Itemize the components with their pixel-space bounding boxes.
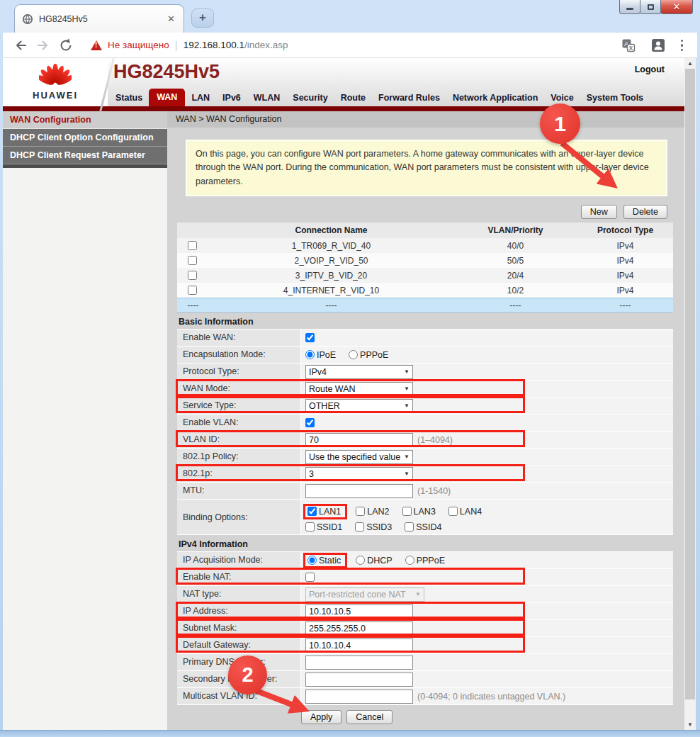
- nav-tab-wlan[interactable]: WLAN: [247, 90, 287, 106]
- nav-tab-wan[interactable]: WAN: [149, 89, 185, 106]
- mtu-row: MTU: (1-1540): [177, 483, 673, 500]
- back-icon[interactable]: [13, 38, 28, 53]
- primary-dns-input[interactable]: [305, 656, 413, 670]
- binding-ssid1[interactable]: SSID1: [305, 522, 342, 532]
- forward-icon[interactable]: [35, 38, 51, 53]
- scroll-up-icon[interactable]: ▲: [684, 58, 696, 69]
- minimize-icon: [626, 8, 633, 10]
- binding-lan2-checkbox[interactable]: [356, 507, 365, 516]
- nav-tab-status[interactable]: Status: [109, 90, 149, 106]
- tab-close-icon[interactable]: ✕: [166, 13, 176, 24]
- nav-tab-system-tools[interactable]: System Tools: [580, 90, 650, 106]
- ip-acquisition-dhcp[interactable]: DHCP: [356, 556, 392, 566]
- translate-icon[interactable]: A: [621, 38, 636, 52]
- menu-icon[interactable]: [681, 40, 684, 52]
- address-separator: |: [175, 39, 178, 51]
- row-select-checkbox[interactable]: [188, 271, 197, 280]
- binding-lan4[interactable]: LAN4: [448, 507, 482, 517]
- table-row: 1_TR069_R_VID_4040/0IPv4: [177, 238, 673, 253]
- ip-acquisition-static[interactable]: Static: [303, 553, 347, 568]
- binding-ssid3[interactable]: SSID3: [355, 522, 392, 532]
- enable-vlan-checkbox[interactable]: [305, 418, 315, 427]
- protocol-type-select[interactable]: IPv4▼: [305, 365, 413, 379]
- cancel-button[interactable]: Cancel: [346, 710, 393, 724]
- delete-button[interactable]: Delete: [623, 205, 667, 219]
- binding-lan1-checkbox[interactable]: [307, 507, 317, 516]
- new-button[interactable]: New: [581, 205, 617, 219]
- huawei-flower-icon: [39, 64, 72, 89]
- logout-link[interactable]: Logout: [635, 64, 665, 74]
- 8021p-policy-row: 802.1p Policy: Use the specified value▼: [177, 449, 673, 466]
- table-row: ----------------: [177, 298, 673, 313]
- vlan-id-row: VLAN ID: (1–4094): [177, 432, 673, 449]
- encapsulation-ipoe-radio[interactable]: [305, 350, 315, 359]
- binding-lan4-checkbox[interactable]: [448, 507, 458, 516]
- nav-tab-forward-rules[interactable]: Forward Rules: [372, 90, 446, 106]
- browser-tab[interactable]: HG8245Hv5 ✕: [14, 4, 184, 33]
- sidebar-item-dhcp-client-request-parameter[interactable]: DHCP Client Request Parameter: [3, 147, 167, 164]
- device-title: HG8245Hv5: [113, 61, 220, 83]
- row-select-checkbox[interactable]: [188, 256, 197, 265]
- encapsulation-ipoe[interactable]: IPoE: [305, 350, 336, 360]
- ip-acquisition-pppoe-radio[interactable]: [405, 556, 414, 565]
- table-row: 2_VOIP_R_VID_5050/5IPv4: [177, 253, 673, 268]
- close-button[interactable]: ✕: [660, 0, 693, 14]
- nav-tab-route[interactable]: Route: [334, 90, 372, 106]
- nav-tab-security[interactable]: Security: [286, 90, 334, 106]
- binding-lan3[interactable]: LAN3: [402, 507, 436, 517]
- ip-address-row: IP Address:: [177, 603, 673, 620]
- scrollbar-thumb[interactable]: [685, 69, 695, 699]
- vlan-id-input[interactable]: [305, 433, 413, 447]
- ip-acquisition-row: IP Acquisition Mode: StaticDHCPPPPoE: [177, 552, 673, 569]
- binding-ssid3-checkbox[interactable]: [355, 522, 364, 531]
- scrollbar[interactable]: ▲ ▼: [684, 58, 696, 730]
- 8021p-policy-select[interactable]: Use the specified value▼: [305, 450, 413, 464]
- enable-nat-checkbox[interactable]: [305, 573, 315, 582]
- binding-lan2[interactable]: LAN2: [356, 507, 389, 517]
- nat-type-row: NAT type: Port-restricted cone NAT▼: [177, 586, 673, 603]
- chevron-down-icon: ▼: [404, 454, 410, 460]
- sidebar-item-dhcp-client-option-configuration[interactable]: DHCP Client Option Configuration: [3, 129, 167, 147]
- binding-lan1[interactable]: LAN1: [303, 504, 347, 519]
- nav-tab-network-application[interactable]: Network Application: [446, 90, 544, 106]
- binding-lan3-checkbox[interactable]: [402, 507, 412, 516]
- nav-tab-lan[interactable]: LAN: [185, 90, 216, 106]
- subnet-mask-input[interactable]: [305, 621, 413, 636]
- annotation-step1-arrow: [549, 139, 627, 198]
- wan-mode-select[interactable]: Route WAN▼: [305, 382, 413, 396]
- scroll-down-icon[interactable]: ▼: [684, 719, 696, 730]
- ip-acquisition-pppoe[interactable]: PPPoE: [405, 556, 445, 566]
- encapsulation-pppoe[interactable]: PPPoE: [349, 350, 388, 360]
- enable-nat-row: Enable NAT:: [177, 569, 673, 586]
- ip-acquisition-dhcp-radio[interactable]: [356, 556, 365, 565]
- maximize-icon: [648, 4, 654, 10]
- row-select-checkbox[interactable]: [188, 286, 197, 295]
- ip-acquisition-static-radio[interactable]: [307, 556, 317, 565]
- 8021p-select[interactable]: 3▼: [305, 467, 413, 481]
- default-gateway-input[interactable]: [305, 638, 413, 653]
- encapsulation-pppoe-radio[interactable]: [349, 350, 358, 359]
- annotation-step2-circle: 2: [228, 656, 267, 694]
- enable-wan-checkbox[interactable]: [305, 333, 315, 342]
- browser-titlebar: HG8245Hv5 ✕ + ✕: [0, 0, 700, 33]
- maximize-button[interactable]: [640, 0, 661, 14]
- binding-options-row: Binding Options: LAN1LAN2LAN3LAN4 SSID1S…: [177, 500, 673, 535]
- nav-tab-ipv6[interactable]: IPv6: [216, 90, 247, 106]
- security-warning-label[interactable]: Не защищено: [108, 40, 169, 50]
- address-bar[interactable]: Не защищено | 192.168.100.1/index.asp: [91, 39, 288, 51]
- default-gateway-row: Default Gateway:: [177, 637, 673, 654]
- profile-icon[interactable]: [651, 38, 665, 52]
- ip-address-input[interactable]: [305, 604, 413, 619]
- sidebar-item-wan-configuration[interactable]: WAN Configuration: [3, 111, 167, 129]
- service-type-select[interactable]: OTHER▼: [305, 399, 413, 413]
- tab-title: HG8245Hv5: [39, 14, 160, 24]
- row-select-checkbox[interactable]: [188, 241, 197, 250]
- reload-icon[interactable]: [58, 38, 74, 53]
- minimize-button[interactable]: [619, 0, 640, 14]
- binding-ssid4[interactable]: SSID4: [405, 522, 441, 532]
- security-warning-icon[interactable]: [91, 40, 102, 50]
- new-tab-button[interactable]: +: [191, 9, 214, 28]
- binding-ssid1-checkbox[interactable]: [305, 522, 315, 531]
- mtu-input[interactable]: [305, 484, 413, 498]
- binding-ssid4-checkbox[interactable]: [405, 522, 414, 531]
